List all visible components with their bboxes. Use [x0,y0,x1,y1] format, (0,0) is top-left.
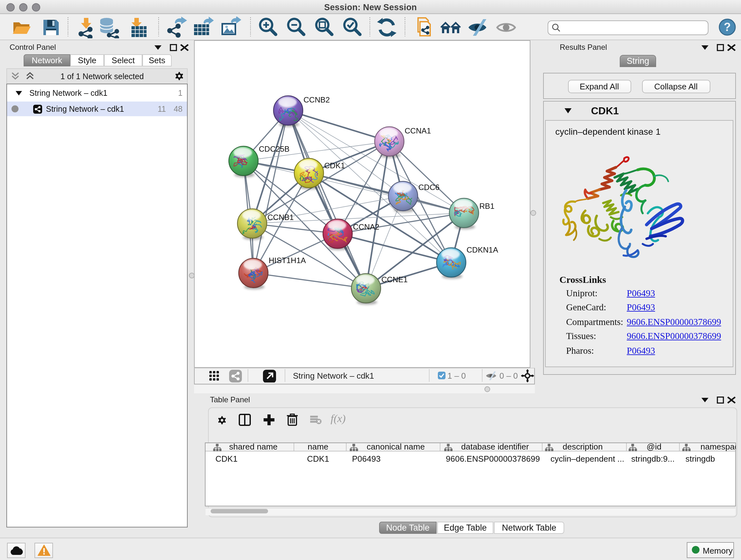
svg-text:CCNA1: CCNA1 [405,126,431,135]
svg-text:?: ? [724,20,731,34]
svg-text:RB1: RB1 [479,202,494,210]
svg-text:HIST1H1A: HIST1H1A [269,256,306,265]
svg-text:CDC6: CDC6 [418,183,440,192]
svg-text:CDKN1A: CDKN1A [467,246,498,254]
svg-text:CCNA2: CCNA2 [353,223,380,231]
svg-text:CCNB2: CCNB2 [304,96,330,104]
svg-text:CCNB1: CCNB1 [267,213,294,222]
svg-text:CCNE1: CCNE1 [381,275,408,284]
svg-text:CDK1: CDK1 [324,161,345,170]
svg-text:CDC25B: CDC25B [259,145,289,153]
